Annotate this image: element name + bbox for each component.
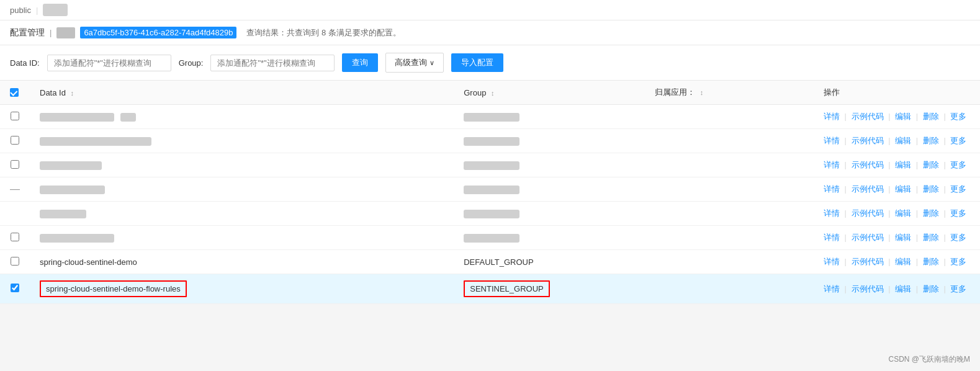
detail-link[interactable]: 详情 bbox=[824, 184, 840, 194]
row-group-cell bbox=[454, 129, 645, 153]
dataid-blurred bbox=[40, 186, 105, 194]
edit-link[interactable]: 编辑 bbox=[895, 160, 911, 169]
delete-link[interactable]: 删除 bbox=[923, 112, 939, 121]
import-config-button[interactable]: 导入配置 bbox=[451, 53, 503, 72]
detail-link[interactable]: 详情 bbox=[824, 257, 840, 266]
row-checkbox[interactable] bbox=[11, 257, 19, 266]
advanced-arrow-icon: ∨ bbox=[429, 59, 434, 67]
row-app-cell bbox=[645, 153, 814, 177]
table-row: 详情 | 示例代码 | 编辑 | 删除 | 更多 bbox=[0, 202, 980, 226]
select-all-header[interactable] bbox=[0, 81, 30, 105]
config-table-container: Data Id ↕ Group ↕ 归属应用： ↕ 操作 bbox=[0, 81, 980, 304]
more-link[interactable]: 更多 bbox=[950, 160, 966, 169]
example-link[interactable]: 示例代码 bbox=[852, 233, 884, 242]
delete-link[interactable]: 删除 bbox=[923, 208, 939, 218]
col-header-app: 归属应用： ↕ bbox=[645, 81, 814, 105]
col-header-dataid: Data Id ↕ bbox=[30, 81, 454, 105]
example-link[interactable]: 示例代码 bbox=[852, 257, 884, 266]
more-link[interactable]: 更多 bbox=[950, 112, 966, 121]
more-link[interactable]: 更多 bbox=[950, 184, 966, 194]
group-input[interactable] bbox=[210, 55, 335, 71]
delete-link[interactable]: 删除 bbox=[923, 257, 939, 266]
edit-link[interactable]: 编辑 bbox=[895, 184, 911, 194]
sort-dataid-icon[interactable]: ↕ bbox=[71, 89, 74, 97]
more-link[interactable]: 更多 bbox=[950, 136, 966, 145]
namespace-label: public bbox=[10, 6, 31, 15]
edit-link[interactable]: 编辑 bbox=[895, 284, 911, 293]
row-dataid-cell bbox=[30, 226, 454, 250]
delete-link[interactable]: 删除 bbox=[923, 160, 939, 169]
sort-app-icon[interactable]: ↕ bbox=[700, 89, 704, 96]
edit-link[interactable]: 编辑 bbox=[895, 112, 911, 121]
row-checkbox[interactable] bbox=[11, 112, 19, 120]
page-title: 配置管理 bbox=[10, 27, 45, 38]
row-action-cell: 详情 | 示例代码 | 编辑 | 删除 | 更多 bbox=[814, 105, 980, 129]
detail-link[interactable]: 详情 bbox=[824, 136, 840, 145]
delete-link[interactable]: 删除 bbox=[923, 284, 939, 293]
dataid-blurred bbox=[40, 113, 114, 122]
edit-link[interactable]: 编辑 bbox=[895, 257, 911, 266]
row-checkbox-cell[interactable] bbox=[0, 129, 30, 153]
delete-link[interactable]: 删除 bbox=[923, 233, 939, 242]
row-checkbox-cell[interactable] bbox=[0, 202, 30, 226]
breadcrumb-bar: 配置管理 | 6a7dbc5f-b376-41c6-a282-74ad4fd48… bbox=[0, 20, 980, 45]
example-link[interactable]: 示例代码 bbox=[852, 208, 884, 218]
row-app-cell bbox=[645, 202, 814, 226]
group-blurred bbox=[464, 161, 519, 170]
edit-link[interactable]: 编辑 bbox=[895, 136, 911, 145]
example-link[interactable]: 示例代码 bbox=[852, 160, 884, 169]
more-link[interactable]: 更多 bbox=[950, 208, 966, 218]
action-links: 详情 | 示例代码 | 编辑 | 删除 | 更多 bbox=[824, 136, 967, 145]
row-app-cell bbox=[645, 226, 814, 250]
delete-link[interactable]: 删除 bbox=[923, 184, 939, 194]
dataid-text-selected: spring-cloud-sentinel-demo-flow-rules bbox=[40, 280, 187, 297]
namespace-indicator bbox=[43, 4, 68, 16]
example-link[interactable]: 示例代码 bbox=[852, 112, 884, 121]
row-checkbox-cell[interactable]: — bbox=[0, 177, 30, 202]
edit-link[interactable]: 编辑 bbox=[895, 233, 911, 242]
row-checkbox-cell[interactable] bbox=[0, 153, 30, 177]
more-link[interactable]: 更多 bbox=[950, 257, 966, 266]
detail-link[interactable]: 详情 bbox=[824, 233, 840, 242]
row-dataid-cell bbox=[30, 202, 454, 226]
row-checkbox-cell[interactable] bbox=[0, 226, 30, 250]
row-checkbox-cell[interactable] bbox=[0, 105, 30, 129]
row-action-cell: 详情 | 示例代码 | 编辑 | 删除 | 更多 bbox=[814, 129, 980, 153]
action-links: 详情 | 示例代码 | 编辑 | 删除 | 更多 bbox=[824, 284, 967, 293]
top-bar-separator: | bbox=[36, 6, 38, 15]
row-app-cell bbox=[645, 177, 814, 202]
row-group-cell: SENTINEL_GROUP bbox=[454, 274, 645, 304]
dataid-blurred2 bbox=[120, 113, 136, 122]
row-checkbox-cell[interactable] bbox=[0, 274, 30, 304]
detail-link[interactable]: 详情 bbox=[824, 160, 840, 169]
example-link[interactable]: 示例代码 bbox=[852, 136, 884, 145]
select-all-checkbox[interactable] bbox=[10, 88, 19, 97]
sort-group-icon[interactable]: ↕ bbox=[491, 89, 495, 97]
detail-link[interactable]: 详情 bbox=[824, 284, 840, 293]
more-link[interactable]: 更多 bbox=[950, 284, 966, 293]
config-table: Data Id ↕ Group ↕ 归属应用： ↕ 操作 bbox=[0, 81, 980, 304]
selected-namespace-id[interactable]: 6a7dbc5f-b376-41c6-a282-74ad4fd4829b bbox=[80, 27, 236, 38]
row-group-cell bbox=[454, 226, 645, 250]
detail-link[interactable]: 详情 bbox=[824, 112, 840, 121]
row-group-cell: DEFAULT_GROUP bbox=[454, 250, 645, 274]
more-link[interactable]: 更多 bbox=[950, 233, 966, 242]
delete-link[interactable]: 删除 bbox=[923, 136, 939, 145]
row-app-cell bbox=[645, 250, 814, 274]
row-checkbox-cell[interactable] bbox=[0, 250, 30, 274]
row-checkbox[interactable] bbox=[11, 233, 19, 241]
edit-link[interactable]: 编辑 bbox=[895, 208, 911, 218]
row-action-cell: 详情 | 示例代码 | 编辑 | 删除 | 更多 bbox=[814, 226, 980, 250]
row-dataid-cell: spring-cloud-sentinel-demo bbox=[30, 250, 454, 274]
row-checkbox[interactable] bbox=[11, 284, 19, 292]
row-checkbox[interactable] bbox=[11, 160, 19, 169]
data-id-input[interactable] bbox=[47, 55, 171, 71]
search-button[interactable]: 查询 bbox=[342, 53, 378, 72]
action-links: 详情 | 示例代码 | 编辑 | 删除 | 更多 bbox=[824, 112, 967, 121]
advanced-search-button[interactable]: 高级查询 ∨ bbox=[385, 53, 444, 73]
row-checkbox[interactable] bbox=[11, 136, 19, 145]
example-link[interactable]: 示例代码 bbox=[852, 184, 884, 194]
detail-link[interactable]: 详情 bbox=[824, 208, 840, 218]
example-link[interactable]: 示例代码 bbox=[852, 284, 884, 293]
table-row: 详情 | 示例代码 | 编辑 | 删除 | 更多 bbox=[0, 105, 980, 129]
